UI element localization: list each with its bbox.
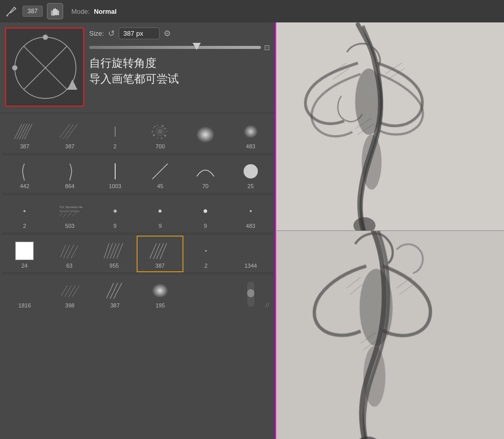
svg-point-38: [23, 210, 25, 212]
brush-controls: Size: ↺ ⚙ ⊡ 自行旋转角度 导入画笔都可尝试: [89, 28, 270, 87]
size-slider[interactable]: ⊡: [89, 43, 270, 51]
brush-label: 25: [248, 183, 254, 189]
brush-cell-tinyline[interactable]: 2: [92, 116, 138, 153]
brush-cell-thinline[interactable]: 1003: [92, 156, 138, 193]
brush-cell-softround1[interactable]: [183, 116, 228, 153]
svg-line-67: [107, 283, 114, 298]
brush-thumb: [102, 200, 128, 222]
brush-row-5: 1816 398: [2, 275, 273, 312]
brush-cell-diagonal[interactable]: 45: [138, 156, 183, 193]
brush-cell-softround2[interactable]: 483: [228, 116, 273, 153]
brush-cell-hatching2[interactable]: 387: [47, 116, 93, 153]
svg-point-9: [12, 65, 17, 70]
brush-cell-empty2[interactable]: 1816: [2, 275, 47, 312]
brush-number-display[interactable]: 387: [22, 6, 43, 17]
svg-point-47: [204, 210, 207, 213]
svg-point-48: [250, 210, 252, 212]
brush-cell-dot-sm3[interactable]: 9: [183, 196, 228, 233]
brush-tool-icon[interactable]: [4, 4, 18, 18]
brush-cell-hair1[interactable]: 442: [2, 156, 47, 193]
brush-thumb: V.2. Dynamic Hairy Dynamic brushes: [57, 200, 83, 222]
svg-point-82: [360, 269, 393, 346]
svg-point-29: [153, 134, 155, 136]
brush-label: 9: [158, 223, 162, 229]
svg-point-83: [363, 346, 385, 407]
brush-label: 700: [155, 143, 165, 149]
svg-point-21: [154, 126, 156, 127]
brush-thumb: [147, 280, 173, 301]
brush-label: 503: [65, 223, 74, 229]
brush-grid: 387 387: [0, 114, 275, 439]
brush-cell-dot-sm2[interactable]: 9: [138, 196, 183, 233]
brush-cell-hatching5-selected[interactable]: 387: [137, 236, 183, 272]
hand-tool-icon[interactable]: [47, 3, 63, 19]
brush-label: 9: [204, 223, 207, 229]
brush-preview-area: Size: ↺ ⚙ ⊡ 自行旋转角度 导入画笔都可尝试: [0, 22, 275, 112]
brush-cell-empty3[interactable]: [183, 275, 228, 312]
brush-label: 63: [66, 263, 72, 269]
svg-text:V.2. Dynamic Hairy: V.2. Dynamic Hairy: [60, 205, 83, 209]
svg-text:Dynamic brushes: Dynamic brushes: [60, 210, 79, 213]
brush-thumb: [238, 121, 263, 142]
svg-point-32: [157, 129, 163, 134]
grid-dots: //: [266, 301, 269, 309]
svg-line-65: [68, 286, 75, 297]
clip-icon[interactable]: ⊡: [264, 43, 270, 51]
brush-label: 864: [65, 183, 74, 189]
brush-cell-hatching1[interactable]: 387: [2, 116, 47, 153]
slider-track[interactable]: [89, 46, 261, 49]
svg-rect-2: [55, 8, 56, 15]
brush-thumb: [193, 124, 218, 145]
brush-cell-white-square[interactable]: 24: [2, 236, 47, 272]
brush-cell-dynamic-hairy[interactable]: V.2. Dynamic Hairy Dynamic brushes 503: [47, 196, 93, 233]
brush-cell-tinydot2[interactable]: 2: [183, 236, 228, 272]
size-input[interactable]: [119, 28, 160, 39]
tooltip-text: 自行旋转角度 导入画笔都可尝试: [89, 56, 270, 87]
svg-point-30: [152, 131, 153, 133]
brush-cell-hatching4[interactable]: 955: [92, 236, 137, 272]
brush-cell-empty1[interactable]: 1344: [228, 236, 273, 272]
brush-cell-dot-sm4[interactable]: 483: [228, 196, 273, 233]
brush-cell-hatching7[interactable]: 387: [92, 275, 138, 312]
white-square-icon: [15, 242, 34, 260]
svg-line-36: [152, 164, 168, 179]
brush-cell-splatter[interactable]: 700: [138, 116, 183, 153]
brush-thumb: [193, 240, 219, 262]
main-area: Size: ↺ ⚙ ⊡ 自行旋转角度 导入画笔都可尝试: [0, 22, 504, 439]
gear-icon[interactable]: ⚙: [164, 29, 171, 38]
brush-cell-hatching6[interactable]: 398: [47, 275, 93, 312]
brush-cell-hatching3[interactable]: 63: [47, 236, 92, 272]
brush-cell-hair2[interactable]: 864: [47, 156, 93, 193]
brush-label: 398: [65, 302, 74, 308]
svg-marker-10: [67, 80, 77, 90]
svg-point-73: [362, 135, 382, 190]
slider-thumb[interactable]: [193, 43, 201, 50]
size-row: Size: ↺ ⚙: [89, 28, 270, 39]
brush-cell-dot-sm1[interactable]: 9: [92, 196, 138, 233]
svg-rect-1: [53, 9, 55, 16]
brush-cell-circle-solid[interactable]: 25: [228, 156, 273, 193]
reset-icon[interactable]: ↺: [108, 29, 115, 38]
mode-label: Mode:: [71, 8, 90, 15]
brush-thumb: [101, 240, 127, 262]
brush-row-2: 442 864 1003: [2, 156, 273, 193]
svg-point-31: [153, 127, 154, 128]
brush-thumb: [147, 200, 173, 222]
brush-cell-arc[interactable]: 70: [183, 156, 228, 193]
row-divider: [2, 194, 273, 195]
brush-label: 1003: [109, 183, 121, 189]
top-toolbar: 387 Mode: Normal: [0, 0, 504, 22]
brush-label: 2: [23, 223, 26, 229]
brush-cell-softround3[interactable]: 195: [138, 275, 183, 312]
brush-label: 2: [204, 263, 207, 269]
magenta-line-bottom: [275, 231, 276, 439]
brush-label: 483: [246, 143, 255, 149]
row-divider: [2, 154, 273, 155]
svg-point-45: [114, 210, 117, 213]
brush-thumb: [102, 280, 128, 301]
tooltip-line1: 自行旋转角度: [89, 56, 270, 71]
brush-label: 1816: [18, 302, 31, 308]
brush-cell-tinydot[interactable]: 2: [2, 196, 47, 233]
brush-thumb: [12, 161, 37, 182]
svg-point-72: [355, 68, 383, 135]
